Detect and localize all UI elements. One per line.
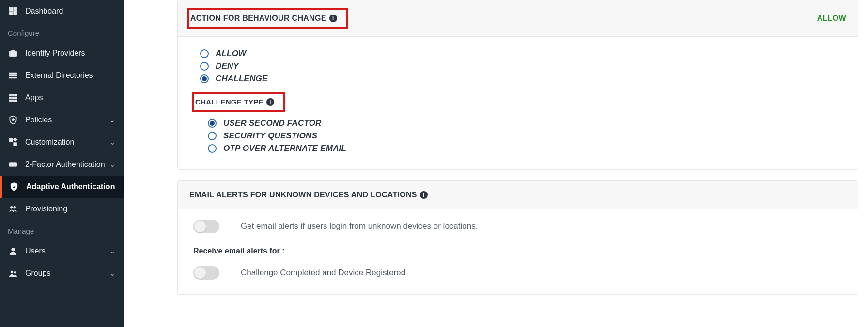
- receive-alerts-heading: Receive email alerts for :: [193, 247, 846, 255]
- radio-icon: [200, 62, 209, 71]
- sidebar-item-adaptive-auth[interactable]: Adaptive Authentication: [0, 176, 124, 198]
- panel-email-alerts: EMAIL ALERTS FOR UNKNOWN DEVICES AND LOC…: [177, 180, 858, 295]
- radio-icon: [208, 132, 217, 140]
- radio-otp-alt-email[interactable]: OTP OVER ALTERNATE EMAIL: [208, 142, 846, 155]
- sidebar-item-label: Identity Providers: [25, 49, 115, 58]
- svg-rect-0: [10, 8, 13, 11]
- dashboard-icon: [8, 6, 18, 16]
- svg-rect-17: [10, 139, 13, 142]
- radio-label: USER SECOND FACTOR: [223, 119, 322, 128]
- svg-rect-15: [15, 100, 17, 102]
- number-icon: 123: [8, 159, 18, 170]
- chevron-down-icon: ⌄: [109, 161, 115, 168]
- svg-rect-10: [10, 97, 12, 99]
- panel-action-behaviour: ACTION FOR BEHAVIOUR CHANGE i ALLOW ALLO…: [177, 0, 858, 170]
- panel-header: EMAIL ALERTS FOR UNKNOWN DEVICES AND LOC…: [178, 181, 858, 209]
- briefcase-icon: [8, 48, 18, 59]
- sidebar-item-external-directories[interactable]: External Directories: [0, 64, 124, 87]
- radio-user-second-factor[interactable]: USER SECOND FACTOR: [208, 117, 846, 130]
- sidebar-item-2fa[interactable]: 123 2-Factor Authentication ⌄: [0, 153, 124, 176]
- user-icon: [8, 246, 18, 256]
- sidebar-section-configure: Configure: [0, 22, 124, 42]
- radio-icon: [208, 119, 217, 128]
- widgets-icon: [8, 137, 18, 148]
- highlight-challenge-type: CHALLENGE TYPE i: [192, 92, 285, 112]
- svg-point-22: [10, 206, 13, 208]
- panel-body: Get email alerts if users login from unk…: [178, 209, 858, 294]
- shield-check-icon: [9, 181, 19, 192]
- group-icon: [8, 268, 18, 279]
- panel-body: ALLOW DENY CHALLENGE CHALLENGE TYPE: [178, 37, 858, 169]
- radio-security-questions[interactable]: SECURITY QUESTIONS: [208, 130, 846, 142]
- sidebar-item-label: Apps: [25, 93, 115, 102]
- chevron-down-icon: ⌄: [109, 138, 115, 146]
- toggle-challenge-completed[interactable]: [193, 266, 219, 280]
- highlight-action-title: ACTION FOR BEHAVIOUR CHANGE i: [187, 8, 348, 29]
- toggle-label: Get email alerts if users login from unk…: [241, 222, 478, 231]
- panel-title: ACTION FOR BEHAVIOUR CHANGE: [190, 14, 326, 23]
- svg-text:123: 123: [10, 163, 16, 166]
- svg-point-26: [14, 271, 16, 273]
- sidebar-item-provisioning[interactable]: Provisioning: [0, 198, 124, 220]
- info-icon[interactable]: i: [329, 15, 337, 22]
- svg-rect-8: [12, 94, 14, 96]
- svg-rect-2: [14, 10, 17, 15]
- status-badge: ALLOW: [817, 14, 846, 23]
- radio-label: DENY: [216, 61, 239, 71]
- svg-rect-3: [10, 12, 13, 15]
- challenge-type-heading: CHALLENGE TYPE: [195, 98, 264, 106]
- sidebar-item-label: External Directories: [25, 71, 115, 80]
- sidebar-item-label: Policies: [25, 116, 109, 124]
- sidebar-item-label: Users: [25, 247, 109, 255]
- sidebar-item-groups[interactable]: Groups ⌄: [0, 262, 124, 284]
- sidebar-item-label: Customization: [25, 138, 109, 147]
- sidebar-item-policies[interactable]: Policies ⌄: [0, 109, 124, 131]
- radio-icon: [200, 74, 209, 83]
- list-icon: [8, 70, 18, 81]
- svg-rect-13: [10, 100, 12, 102]
- svg-point-24: [12, 248, 15, 251]
- panel-title: EMAIL ALERTS FOR UNKNOWN DEVICES AND LOC…: [189, 191, 417, 199]
- sidebar-item-label: 2-Factor Authentication: [25, 160, 109, 169]
- challenge-type-radio-group: USER SECOND FACTOR SECURITY QUESTIONS OT…: [208, 117, 846, 155]
- svg-point-23: [14, 206, 16, 208]
- radio-deny[interactable]: DENY: [200, 60, 846, 73]
- sidebar-item-apps[interactable]: Apps: [0, 87, 124, 109]
- toggle-label: Challenge Completed and Device Registere…: [241, 268, 405, 278]
- radio-label: SECURITY QUESTIONS: [223, 131, 317, 141]
- svg-rect-9: [15, 94, 17, 96]
- sidebar-item-label: Dashboard: [25, 7, 115, 15]
- sidebar-item-dashboard[interactable]: Dashboard: [0, 0, 124, 22]
- radio-label: OTP OVER ALTERNATE EMAIL: [223, 144, 346, 153]
- svg-rect-7: [10, 94, 12, 96]
- svg-rect-4: [10, 73, 17, 74]
- info-icon[interactable]: i: [420, 191, 428, 199]
- sidebar-item-label: Provisioning: [25, 205, 115, 213]
- chevron-down-icon: ⌄: [109, 269, 115, 277]
- grid-icon: [8, 92, 18, 103]
- toggle-row-challenge-completed: Challenge Completed and Device Registere…: [193, 266, 846, 280]
- shield-icon: [8, 115, 18, 125]
- radio-label: CHALLENGE: [216, 74, 268, 84]
- radio-icon: [200, 49, 209, 58]
- sidebar-section-manage: Manage: [0, 220, 124, 240]
- main-content: ACTION FOR BEHAVIOUR CHANGE i ALLOW ALLO…: [124, 0, 868, 327]
- radio-challenge[interactable]: CHALLENGE: [200, 73, 846, 85]
- sidebar-item-label: Groups: [25, 269, 109, 278]
- info-icon[interactable]: i: [266, 98, 274, 106]
- svg-rect-5: [10, 75, 17, 76]
- svg-rect-6: [10, 77, 17, 78]
- panel-header: ACTION FOR BEHAVIOUR CHANGE i ALLOW: [178, 0, 858, 37]
- toggle-unknown-devices[interactable]: [193, 220, 219, 233]
- radio-allow[interactable]: ALLOW: [200, 47, 846, 60]
- users-swap-icon: [8, 204, 18, 214]
- sidebar-item-users[interactable]: Users ⌄: [0, 240, 124, 262]
- sidebar-item-label: Adaptive Authentication: [26, 182, 115, 191]
- radio-label: ALLOW: [216, 49, 246, 59]
- svg-rect-12: [15, 97, 17, 99]
- svg-rect-19: [13, 137, 17, 141]
- svg-rect-14: [12, 100, 14, 102]
- sidebar-item-identity-providers[interactable]: Identity Providers: [0, 42, 124, 64]
- svg-rect-11: [12, 97, 14, 99]
- sidebar-item-customization[interactable]: Customization ⌄: [0, 131, 124, 153]
